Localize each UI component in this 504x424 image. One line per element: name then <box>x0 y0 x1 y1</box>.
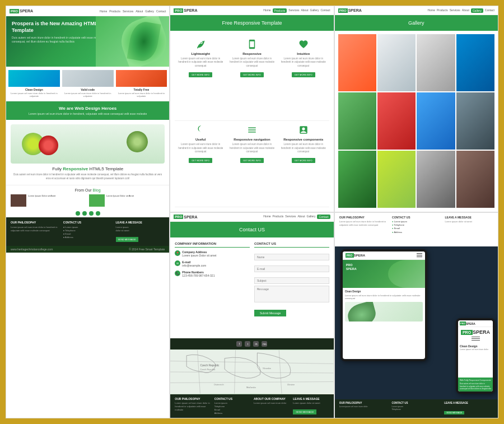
c1-blog-item-2: Lorem Ipsum Dolor sit Amet <box>89 194 165 207</box>
c2-feat-btn-4[interactable]: GET MORE INFO <box>189 158 212 163</box>
c1-feat-title-3: Totally Free <box>116 88 167 91</box>
gallery-item-6[interactable] <box>377 92 416 150</box>
phone-bottom-text: With Fully Responsive Components <box>460 379 491 382</box>
gallery-item-5[interactable] <box>338 92 376 150</box>
c1-nav-products[interactable]: Products <box>109 10 120 13</box>
c1-send-message-button[interactable]: SEND MESSAGE <box>116 237 138 242</box>
gallery-item-12[interactable] <box>456 151 494 208</box>
c2-nav-services[interactable]: Services <box>288 8 299 13</box>
phone-logo: PRO SPERA <box>460 322 475 325</box>
c1-blog-highlight: Blog <box>93 188 101 192</box>
c4-social-bar: f t in rss <box>170 338 333 350</box>
c4-section-title: Contact US <box>239 227 265 232</box>
c1-feat-title-2: Valid code <box>62 88 114 91</box>
c4-map: Czech Republic Czech Republic Slovakia Ö… <box>170 350 333 394</box>
c4-contact-form-title: CONTACT US <box>254 242 329 248</box>
c1-nav-contact[interactable]: Contact <box>156 10 166 13</box>
c4-nav-contact-active[interactable]: Contact <box>317 215 330 219</box>
c1-nav-home[interactable]: Home <box>100 10 107 13</box>
c4-social-facebook[interactable]: f <box>236 341 242 347</box>
c4-social-rss[interactable]: rss <box>262 341 267 347</box>
gallery-item-8[interactable] <box>456 92 494 150</box>
c2-feat-btn-3[interactable]: GET MORE INFO <box>292 72 315 77</box>
c1-nav-gallery[interactable]: Gallery <box>145 10 154 13</box>
c1-social-facebook[interactable] <box>76 211 80 216</box>
c1-bottom-copyright: © 2014 Free Smart Template <box>129 248 165 251</box>
c4-submit-button[interactable]: Submit Message <box>254 310 286 316</box>
check-icon <box>298 124 309 136</box>
gallery-item-4[interactable] <box>456 34 494 91</box>
gallery-item-9[interactable] <box>338 151 376 208</box>
gallery-item-2[interactable] <box>377 34 416 91</box>
c4-email-input[interactable] <box>254 265 329 272</box>
c2-logo-pro: PRO <box>174 8 183 13</box>
c4-contact-body: COMPANY INFORMATION 📍 Company Address Lo… <box>170 237 333 339</box>
phone-icon <box>246 39 258 50</box>
c4-address-item: 📍 Company Address Lorem ipsum Dolor sit … <box>175 250 250 258</box>
c1-social-twitter[interactable] <box>82 211 87 216</box>
tablet-device: PRO SPERA PROSPERA <box>340 249 427 361</box>
c3-gallery-grid <box>335 31 498 212</box>
c2-nav-home[interactable]: Home <box>263 8 270 13</box>
phone-hamburger-icon[interactable] <box>472 337 480 341</box>
gallery-item-7[interactable] <box>417 92 455 150</box>
c1-footer-philosophy-text: Lorem ipsum vel eum iriure dolor in hend… <box>11 226 60 232</box>
gallery-item-1[interactable] <box>338 34 376 91</box>
gallery-item-3[interactable] <box>417 34 455 91</box>
c2-feat-btn-5[interactable]: GET MORE INFO <box>240 158 264 163</box>
c4-social-linkedin[interactable]: in <box>253 341 259 347</box>
c4-footer-philosophy: OUR PHILOSOPHY Lorem ipsum vel eum iriur… <box>175 397 211 415</box>
c2-feat-responsive: Responsive Lorem ipsum vel eum iriure do… <box>226 35 278 121</box>
c4-nav-about[interactable]: About <box>298 215 305 219</box>
cell-1-website-mockup: PRO SPERA Home Products Services About G… <box>6 6 170 418</box>
c2-nav-contact[interactable]: Contact <box>320 8 330 13</box>
c2-feat-text-5: Lorem ipsum vel eum iriure dolor in hend… <box>228 143 276 153</box>
c4-nav-gallery[interactable]: Gallery <box>307 215 316 219</box>
c1-nav-services[interactable]: Services <box>123 10 133 13</box>
c5-footer-title-2: CONTACT US <box>391 402 441 404</box>
c4-subject-input[interactable] <box>254 277 329 284</box>
c5-phil-title-2: CONTACT US <box>392 216 440 219</box>
c2-feat-title-1: Lightweight <box>177 52 224 55</box>
c2-section-title: Free Responsive Template <box>222 20 282 26</box>
c3-nav-home[interactable]: Home <box>428 8 435 13</box>
c4-nav-home[interactable]: Home <box>263 215 270 219</box>
c3-nav-about[interactable]: About <box>462 8 469 13</box>
gallery-item-10[interactable] <box>377 151 416 208</box>
c4-nav-services[interactable]: Services <box>285 215 296 219</box>
c1-nav-about[interactable]: About <box>136 10 143 13</box>
c2-feat-btn-1[interactable]: GET MORE INFO <box>189 72 212 77</box>
c4-email-item: ✉ E-mail info@example.com <box>175 260 250 268</box>
c2-nav: Home Products Services About Gallery Con… <box>263 8 330 13</box>
c1-footer-philosophy-title: OUR PHILOSOPHY <box>11 221 60 224</box>
gallery-item-11[interactable] <box>417 151 455 208</box>
c2-nav-about[interactable]: About <box>301 8 309 13</box>
c2-nav-products-active[interactable]: Products <box>273 8 287 13</box>
c1-social-linkedin[interactable] <box>89 211 94 216</box>
c2-feat-btn-6[interactable]: GET MORE INFO <box>292 158 315 163</box>
c2-nav-gallery[interactable]: Gallery <box>310 8 319 13</box>
c5-footer-title-1: OUR PHILOSOPHY <box>339 402 389 404</box>
c4-message-input[interactable] <box>254 286 329 302</box>
c2-feat-useful: Useful Lorem ipsum vel eum iriure dolor … <box>175 121 226 207</box>
c4-logo-text: SPERA <box>184 215 197 219</box>
c4-footer-send-button[interactable]: SEND MESSAGE <box>293 409 316 414</box>
tablet-hamburger-icon[interactable] <box>417 253 422 257</box>
c1-green-banner: We are Web Design Heroes Lorem ipsum vel… <box>6 101 169 120</box>
c1-bottom-url: www.heritagechristiancollege.com <box>11 248 53 251</box>
c3-nav-products[interactable]: Products <box>437 8 448 13</box>
c2-feat-btn-2[interactable]: GET MORE INFO <box>240 72 264 77</box>
c3-nav-contact[interactable]: Contact <box>485 8 494 13</box>
c1-social-rss[interactable] <box>96 211 100 216</box>
c4-name-input[interactable] <box>254 254 329 260</box>
c4-social-twitter[interactable]: t <box>245 341 250 347</box>
c2-logo-text: SPERA <box>184 8 197 12</box>
c5-footer-send-button[interactable]: SEND MESSAGE <box>444 411 464 414</box>
c1-footer: OUR PHILOSOPHY Lorem ipsum vel eum iriur… <box>6 217 169 246</box>
c3-nav-services[interactable]: Services <box>450 8 460 13</box>
c1-nav: Home Products Services About Gallery Con… <box>100 10 166 13</box>
c4-nav-products[interactable]: Products <box>273 215 284 219</box>
tablet-screen: PRO SPERA PROSPERA <box>343 251 425 359</box>
svg-text:Maďarsko: Maďarsko <box>246 386 256 389</box>
c3-nav-gallery-active[interactable]: Gallery <box>471 8 483 13</box>
